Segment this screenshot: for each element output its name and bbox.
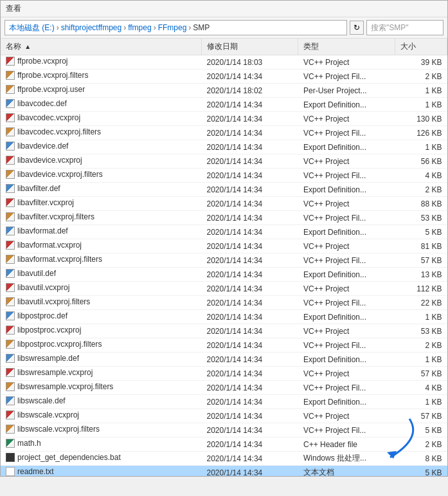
file-icon	[6, 410, 15, 419]
file-name-cell: libswscale.def	[1, 395, 202, 409]
file-name-label: libswresample.vcxproj	[17, 368, 93, 377]
file-type-cell: VC++ Project	[298, 112, 395, 126]
file-date-cell: 2020/1/14 14:34	[202, 98, 298, 112]
col-header-date[interactable]: 修改日期	[202, 39, 298, 55]
file-name-cell: project_get_dependencies.bat	[1, 452, 202, 466]
file-size-cell: 126 KB	[395, 126, 447, 140]
file-name-cell: ffprobe.vcxproj	[1, 55, 202, 69]
file-name-label: libswresample.vcxproj.filters	[17, 382, 113, 391]
file-size-cell: 53 KB	[395, 324, 447, 338]
file-name-label: libavcodec.vcxproj.filters	[17, 127, 101, 136]
file-date-cell: 2020/1/14 14:34	[202, 239, 298, 253]
table-row[interactable]: ffprobe.vcxproj2020/1/14 18:03VC++ Proje…	[1, 55, 447, 69]
table-row[interactable]: libavformat.vcxproj.filters2020/1/14 14:…	[1, 253, 447, 268]
table-row[interactable]: libavdevice.def2020/1/14 14:34Export Def…	[1, 140, 447, 154]
table-row[interactable]: libswresample.vcxproj2020/1/14 14:34VC++…	[1, 367, 447, 381]
file-type-cell: Export Definition...	[298, 183, 395, 197]
file-icon	[6, 269, 15, 278]
table-row[interactable]: libavformat.def2020/1/14 14:34Export Def…	[1, 225, 447, 239]
table-row[interactable]: libpostproc.def2020/1/14 14:34Export Def…	[1, 310, 447, 324]
col-header-name[interactable]: 名称 ▲	[1, 39, 202, 55]
table-row[interactable]: libswscale.vcxproj2020/1/14 14:34VC++ Pr…	[1, 409, 447, 423]
file-size-cell: 88 KB	[395, 197, 447, 211]
file-date-cell: 2020/1/14 14:34	[202, 154, 298, 169]
file-name-label: project_get_dependencies.bat	[17, 453, 121, 462]
file-name-label: libswscale.vcxproj.filters	[17, 425, 100, 434]
file-name-cell: libavutil.vcxproj.filters	[1, 296, 202, 310]
file-date-cell: 2020/1/14 14:34	[202, 338, 298, 353]
col-header-type[interactable]: 类型	[298, 39, 395, 55]
file-type-cell: Export Definition...	[298, 310, 395, 324]
file-size-cell: 39 KB	[395, 55, 447, 69]
table-row[interactable]: ffprobe.vcxproj.user2020/1/14 18:02Per-U…	[1, 84, 447, 98]
file-icon	[6, 297, 15, 306]
table-row[interactable]: math.h2020/1/14 14:34C++ Header file2 KB	[1, 437, 447, 452]
table-row[interactable]: libavcodec.vcxproj2020/1/14 14:34VC++ Pr…	[1, 112, 447, 126]
breadcrumb-part-4: SMP	[193, 23, 210, 32]
table-row[interactable]: libavfilter.def2020/1/14 14:34Export Def…	[1, 183, 447, 197]
table-row[interactable]: libavdevice.vcxproj2020/1/14 14:34VC++ P…	[1, 154, 447, 169]
file-date-cell: 2020/1/14 18:02	[202, 84, 298, 98]
file-name-cell: libavdevice.vcxproj.filters	[1, 169, 202, 183]
file-date-cell: 2020/1/14 14:34	[202, 452, 298, 466]
breadcrumb-part-2[interactable]: ffmpeg	[128, 23, 151, 32]
file-size-cell: 81 KB	[395, 239, 447, 253]
table-row[interactable]: libavformat.vcxproj2020/1/14 14:34VC++ P…	[1, 239, 447, 253]
file-icon	[6, 170, 15, 179]
search-box[interactable]: 搜索"SMP"	[366, 20, 444, 35]
breadcrumb-part-3[interactable]: FFmpeg	[158, 23, 187, 32]
file-name-cell: libavformat.vcxproj	[1, 239, 202, 253]
file-explorer-window: 查看 本地磁盘 (E:) › shiftprojectffmpeg › ffmp…	[0, 0, 448, 477]
file-name-cell: libavcodec.def	[1, 98, 202, 112]
file-name-label: libswscale.def	[17, 396, 66, 405]
file-name-cell: math.h	[1, 437, 202, 452]
file-name-label: libavformat.vcxproj	[17, 241, 82, 250]
file-size-cell: 1 KB	[395, 84, 447, 98]
file-name-label: libpostproc.def	[17, 311, 67, 320]
file-type-cell: VC++ Project Fil...	[298, 253, 395, 268]
file-size-cell: 1 KB	[395, 395, 447, 409]
breadcrumb-part-1[interactable]: shiftprojectffmpeg	[61, 23, 122, 32]
table-row[interactable]: libavfilter.vcxproj.filters2020/1/14 14:…	[1, 211, 447, 225]
file-icon	[6, 340, 15, 349]
file-icon	[6, 283, 15, 292]
table-row[interactable]: libswresample.def2020/1/14 14:34Export D…	[1, 353, 447, 367]
file-name-label: libavfilter.vcxproj	[17, 198, 74, 207]
file-name-cell: libavfilter.vcxproj.filters	[1, 211, 202, 225]
table-row[interactable]: libswresample.vcxproj.filters2020/1/14 1…	[1, 381, 447, 395]
file-type-cell: VC++ Project	[298, 409, 395, 423]
file-name-cell: libpostproc.def	[1, 310, 202, 324]
file-name-label: libavdevice.vcxproj	[17, 156, 82, 165]
file-type-cell: VC++ Project Fil...	[298, 423, 395, 437]
file-list-scroll[interactable]: 名称 ▲ 修改日期 类型 大小 ffprobe.vcxproj2020/1/14…	[1, 39, 447, 476]
refresh-button[interactable]: ↻	[350, 21, 364, 35]
breadcrumb-part-0[interactable]: 本地磁盘 (E:)	[9, 23, 55, 33]
table-row[interactable]: libswscale.vcxproj.filters2020/1/14 14:3…	[1, 423, 447, 437]
file-icon	[6, 156, 15, 165]
breadcrumb[interactable]: 本地磁盘 (E:) › shiftprojectffmpeg › ffmpeg …	[4, 20, 347, 35]
table-row[interactable]: readme.txt2020/1/14 14:34文本文档5 KB	[1, 466, 447, 477]
table-row[interactable]: libavutil.vcxproj2020/1/14 14:34VC++ Pro…	[1, 282, 447, 296]
table-row[interactable]: libswscale.def2020/1/14 14:34Export Defi…	[1, 395, 447, 409]
table-row[interactable]: libpostproc.vcxproj.filters2020/1/14 14:…	[1, 338, 447, 353]
table-row[interactable]: libavutil.def2020/1/14 14:34Export Defin…	[1, 268, 447, 282]
file-type-cell: C++ Header file	[298, 437, 395, 452]
toolbar-label: 查看	[6, 3, 21, 14]
file-type-cell: VC++ Project	[298, 197, 395, 211]
file-name-label: libpostproc.vcxproj	[17, 326, 81, 335]
table-row[interactable]: libavfilter.vcxproj2020/1/14 14:34VC++ P…	[1, 197, 447, 211]
file-icon	[6, 57, 15, 66]
col-header-size[interactable]: 大小	[395, 39, 447, 55]
table-row[interactable]: libavdevice.vcxproj.filters2020/1/14 14:…	[1, 169, 447, 183]
file-name-cell: libavfilter.vcxproj	[1, 197, 202, 211]
table-row[interactable]: libavutil.vcxproj.filters2020/1/14 14:34…	[1, 296, 447, 310]
file-type-cell: Export Definition...	[298, 98, 395, 112]
file-type-cell: Export Definition...	[298, 268, 395, 282]
table-row[interactable]: libavcodec.def2020/1/14 14:34Export Defi…	[1, 98, 447, 112]
file-icon	[6, 467, 15, 476]
table-row[interactable]: project_get_dependencies.bat2020/1/14 14…	[1, 452, 447, 466]
table-row[interactable]: libpostproc.vcxproj2020/1/14 14:34VC++ P…	[1, 324, 447, 338]
table-row[interactable]: libavcodec.vcxproj.filters2020/1/14 14:3…	[1, 126, 447, 140]
table-row[interactable]: ffprobe.vcxproj.filters2020/1/14 14:34VC…	[1, 69, 447, 84]
file-date-cell: 2020/1/14 14:34	[202, 310, 298, 324]
